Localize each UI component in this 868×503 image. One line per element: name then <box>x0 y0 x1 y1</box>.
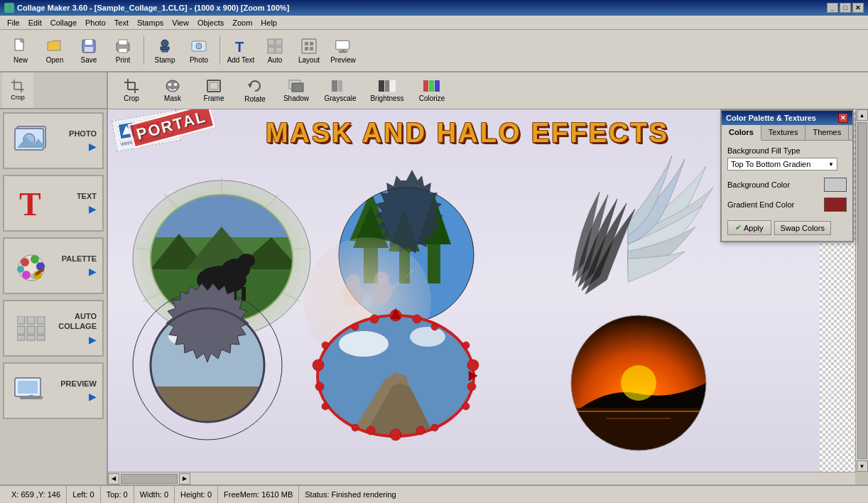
menu-photo[interactable]: Photo <box>81 17 110 28</box>
status-freemem: FreeMem: 1610 MB <box>218 486 299 503</box>
menu-bar: File Edit Collage Photo Text Stamps View… <box>0 16 868 30</box>
new-label: New <box>13 56 28 64</box>
thorny-oval-frame <box>293 294 499 458</box>
grayscale-eff-icon <box>331 79 349 93</box>
mask-eff-icon <box>165 79 180 93</box>
svg-point-138 <box>467 382 476 391</box>
palette-panel-content: Background Fill Type Top To Bottom Gradi… <box>722 141 852 241</box>
svg-rect-76 <box>429 80 434 92</box>
add-text-button[interactable]: T Add Text <box>224 33 257 68</box>
scroll-right-button[interactable]: ▶ <box>179 473 190 485</box>
minimize-button[interactable]: _ <box>827 3 838 13</box>
palette-close-button[interactable]: ✕ <box>838 113 848 123</box>
bg-fill-dropdown-row: Top To Bottom Gradien ▼ <box>727 158 847 171</box>
rotate-eff-label: Rotate <box>244 95 265 103</box>
menu-objects[interactable]: Objects <box>193 17 228 28</box>
svg-point-140 <box>313 359 324 371</box>
menu-help[interactable]: Help <box>256 17 281 28</box>
svg-rect-73 <box>385 80 389 92</box>
text-icon: T <box>232 38 249 55</box>
swap-colors-button[interactable]: Swap Colors <box>774 221 831 235</box>
svg-marker-66 <box>248 84 252 88</box>
bg-color-swatch[interactable] <box>824 178 847 192</box>
rotate-eff-button[interactable]: Rotate <box>236 73 274 109</box>
grayscale-eff-button[interactable]: Grayscale <box>318 73 362 109</box>
text-lp-label: TEXT <box>77 192 97 200</box>
svg-point-147 <box>462 342 470 349</box>
print-button[interactable]: Print <box>107 33 139 68</box>
sidebar-item-text[interactable]: T TEXT ▶ <box>3 175 104 232</box>
close-button[interactable]: ✕ <box>852 3 864 13</box>
crop-button[interactable]: Crop <box>2 72 33 108</box>
sidebar-item-photo[interactable]: PHOTO ▶ <box>3 112 104 169</box>
menu-stamps[interactable]: Stamps <box>133 17 168 28</box>
colorize-eff-button[interactable]: Colorize <box>412 73 452 109</box>
auto-collage-lp-arrow: ▶ <box>89 334 97 345</box>
preview-button[interactable]: Preview <box>327 33 359 68</box>
new-button[interactable]: New <box>4 33 37 68</box>
gradient-color-swatch[interactable] <box>824 198 847 212</box>
menu-file[interactable]: File <box>3 17 24 28</box>
frame-eff-button[interactable]: Frame <box>195 73 233 109</box>
tab-colors[interactable]: Colors <box>722 125 761 141</box>
photo-lp-arrow: ▶ <box>89 141 97 152</box>
mask-eff-label: Mask <box>164 94 181 102</box>
horizontal-scrollbar[interactable]: ◀ ▶ <box>108 472 855 485</box>
collage-title: MASK AND HALO EFFECTS <box>207 118 727 148</box>
svg-rect-16 <box>268 39 274 45</box>
scroll-down-button[interactable]: ▼ <box>857 460 868 472</box>
apply-label: Apply <box>744 224 764 232</box>
svg-point-150 <box>322 403 329 410</box>
svg-point-137 <box>467 359 479 371</box>
scroll-left-button[interactable]: ◀ <box>108 473 119 485</box>
menu-view[interactable]: View <box>168 17 193 28</box>
svg-rect-46 <box>27 316 35 324</box>
svg-point-129 <box>410 327 445 347</box>
svg-point-44 <box>31 274 36 279</box>
brightness-eff-label: Brightness <box>370 94 403 102</box>
vertical-scrollbar[interactable]: ▲ ▼ <box>855 109 868 472</box>
svg-point-97 <box>238 254 255 268</box>
svg-point-148 <box>322 342 329 349</box>
save-label: Save <box>81 56 97 64</box>
stamp-button[interactable]: Stamp <box>148 33 181 68</box>
svg-rect-45 <box>17 316 25 324</box>
tab-themes[interactable]: Themes <box>805 125 849 140</box>
maximize-button[interactable]: □ <box>840 3 851 13</box>
open-button[interactable]: Open <box>38 33 71 68</box>
scroll-up-button[interactable]: ▲ <box>857 109 868 121</box>
title-bar: Collage Maker 3.60 - [Sample_Collage_1.C… <box>0 0 868 16</box>
svg-point-62 <box>168 83 172 86</box>
shadow-eff-label: Shadow <box>283 94 309 102</box>
palette-lp-label: PALETTE <box>62 254 97 263</box>
sidebar-item-preview[interactable]: PREVIEW ▶ <box>3 362 104 419</box>
svg-point-42 <box>17 266 24 273</box>
scroll-thumb-horizontal[interactable] <box>121 474 178 484</box>
mask-eff-button[interactable]: Mask <box>153 73 192 109</box>
gradient-color-label: Gradient End Color <box>727 200 794 209</box>
tab-textures[interactable]: Textures <box>761 125 806 140</box>
sidebar-item-palette[interactable]: PALETTE ▶ <box>3 237 104 294</box>
svg-point-145 <box>352 323 359 330</box>
menu-text[interactable]: Text <box>110 17 133 28</box>
shadow-eff-button[interactable]: Shadow <box>277 73 315 109</box>
menu-edit[interactable]: Edit <box>24 17 46 28</box>
menu-collage[interactable]: Collage <box>46 17 81 28</box>
status-top: Top: 0 <box>101 486 134 503</box>
text-lp-icon: T <box>10 185 53 221</box>
menu-zoom[interactable]: Zoom <box>228 17 256 28</box>
photo-button[interactable]: Photo <box>183 33 215 68</box>
svg-rect-21 <box>305 42 308 45</box>
scroll-thumb-vertical[interactable] <box>857 122 867 459</box>
sidebar-item-auto-collage[interactable]: AUTOCOLLAGE ▶ <box>3 300 104 357</box>
svg-point-13 <box>196 43 202 49</box>
save-button[interactable]: Save <box>72 33 105 68</box>
brightness-eff-button[interactable]: Brightness <box>365 73 409 109</box>
crop-eff-button[interactable]: Crop <box>112 73 151 109</box>
bg-fill-dropdown[interactable]: Top To Bottom Gradien ▼ <box>727 158 837 171</box>
auto-button[interactable]: Auto <box>259 33 291 68</box>
bg-fill-type-label: Background Fill Type <box>727 146 847 155</box>
apply-button[interactable]: ✔ Apply <box>727 220 771 235</box>
layout-button[interactable]: Layout <box>293 33 325 68</box>
svg-rect-55 <box>18 381 38 394</box>
